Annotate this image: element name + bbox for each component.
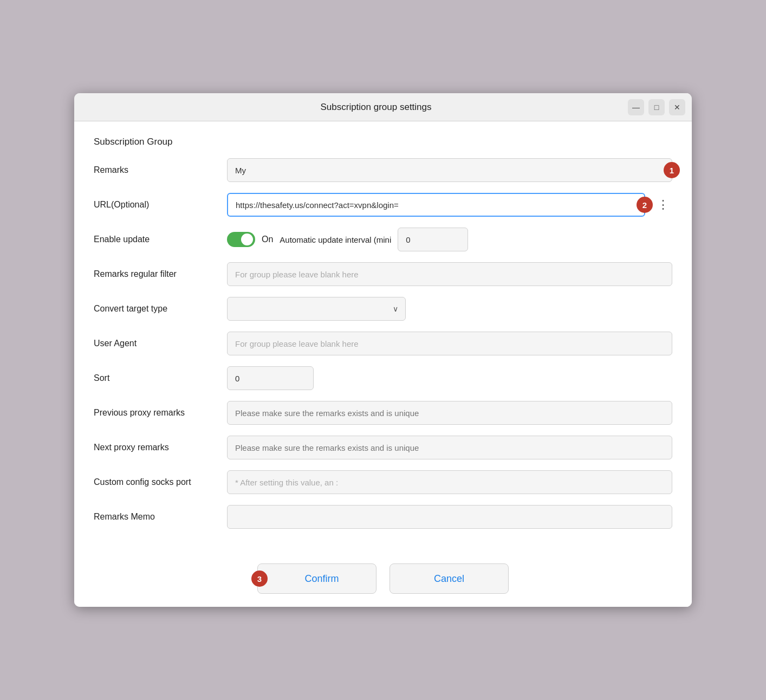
toggle-slider — [227, 232, 255, 247]
remarks-memo-row: Remarks Memo — [94, 505, 672, 529]
footer: 3 Confirm Cancel — [74, 553, 692, 607]
url-badge: 2 — [637, 197, 653, 213]
remarks-input-wrapper: 1 — [227, 158, 672, 182]
interval-label: Automatic update interval (mini — [280, 235, 391, 244]
prev-proxy-label: Previous proxy remarks — [94, 408, 218, 418]
next-proxy-row: Next proxy remarks — [94, 436, 672, 459]
dialog-window: Subscription group settings — □ ✕ Subscr… — [74, 93, 692, 607]
next-proxy-input[interactable] — [227, 436, 672, 459]
user-agent-input[interactable] — [227, 332, 672, 355]
remarks-memo-label: Remarks Memo — [94, 512, 218, 522]
user-agent-label: User Agent — [94, 339, 218, 348]
remarks-filter-input[interactable] — [227, 262, 672, 286]
sort-label: Sort — [94, 373, 218, 383]
remarks-filter-row: Remarks regular filter — [94, 262, 672, 286]
window-title: Subscription group settings — [124, 102, 628, 113]
maximize-button[interactable]: □ — [648, 99, 665, 115]
next-proxy-label: Next proxy remarks — [94, 443, 218, 452]
cancel-button[interactable]: Cancel — [390, 563, 509, 594]
prev-proxy-row: Previous proxy remarks — [94, 401, 672, 425]
custom-socks-row: Custom config socks port — [94, 470, 672, 494]
remarks-row: Remarks 1 — [94, 158, 672, 182]
convert-target-wrapper: ∨ — [227, 297, 672, 321]
confirm-button[interactable]: 3 Confirm — [257, 563, 376, 594]
minimize-button[interactable]: — — [628, 99, 644, 115]
url-label: URL(Optional) — [94, 200, 218, 210]
remarks-input[interactable] — [227, 158, 672, 182]
remarks-badge: 1 — [664, 162, 680, 178]
close-button[interactable]: ✕ — [669, 99, 685, 115]
custom-socks-input[interactable] — [227, 470, 672, 494]
remarks-label: Remarks — [94, 165, 218, 175]
remarks-filter-label: Remarks regular filter — [94, 269, 218, 279]
window-controls: — □ ✕ — [628, 99, 685, 115]
interval-input[interactable] — [398, 228, 468, 251]
remarks-memo-input[interactable] — [227, 505, 672, 529]
sort-row: Sort — [94, 366, 672, 390]
convert-target-select[interactable] — [227, 297, 406, 321]
convert-target-label: Convert target type — [94, 304, 218, 314]
sort-input[interactable] — [227, 366, 314, 390]
enable-update-toggle[interactable] — [227, 232, 255, 247]
enable-update-label: Enable update — [94, 235, 218, 244]
enable-update-row: Enable update On Automatic update interv… — [94, 228, 672, 251]
prev-proxy-input[interactable] — [227, 401, 672, 425]
url-menu-button[interactable]: ⋮ — [654, 196, 672, 214]
convert-target-row: Convert target type ∨ — [94, 297, 672, 321]
form-content: Subscription Group Remarks 1 URL(Optiona… — [74, 121, 692, 553]
titlebar: Subscription group settings — □ ✕ — [74, 93, 692, 121]
toggle-row: On Automatic update interval (mini — [227, 228, 468, 251]
custom-socks-label: Custom config socks port — [94, 477, 218, 487]
toggle-on-label: On — [262, 235, 273, 244]
url-row: URL(Optional) 2 ⋮ — [94, 193, 672, 217]
url-input[interactable] — [227, 193, 645, 217]
url-input-group: 2 — [227, 193, 645, 217]
section-title: Subscription Group — [94, 137, 672, 147]
user-agent-row: User Agent — [94, 332, 672, 355]
confirm-label: Confirm — [304, 573, 339, 585]
confirm-badge: 3 — [251, 571, 268, 587]
